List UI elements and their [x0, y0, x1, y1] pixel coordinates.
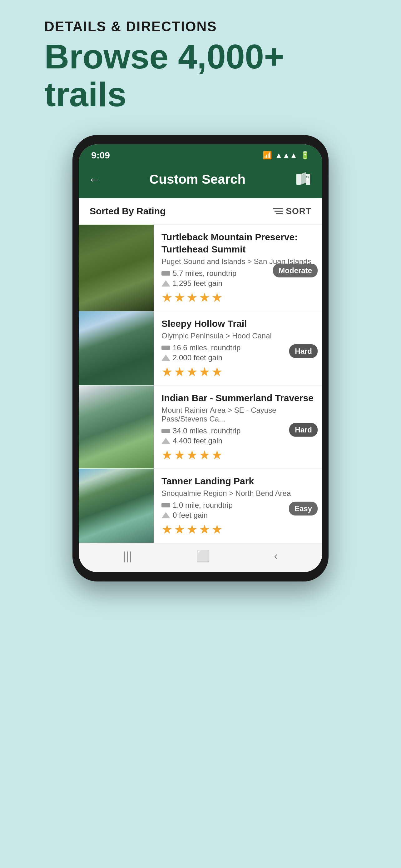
header-section: DETAILS & DIRECTIONS Browse 4,000+ trail…: [44, 19, 357, 122]
phone-inner: 9:09 📶 ▲▲▲ 🔋 ← Custom Search: [79, 144, 322, 572]
browse-title: Browse 4,000+ trails: [44, 37, 357, 113]
star: ★: [162, 448, 173, 462]
distance-icon: [162, 429, 170, 433]
star: ★: [174, 365, 185, 379]
star: ★: [162, 522, 173, 536]
elevation-icon: [162, 438, 170, 444]
trail-item[interactable]: Indian Bar - Summerland Traverse Mount R…: [79, 385, 322, 469]
map-icon[interactable]: [294, 170, 313, 189]
wifi-icon: 📶: [263, 151, 272, 160]
elevation-icon: [162, 354, 170, 361]
app-title: Custom Search: [149, 172, 245, 187]
trail-list: Turtleback Mountain Preserve: Turtlehead…: [79, 225, 322, 543]
back-button[interactable]: ←: [88, 173, 101, 187]
star: ★: [199, 522, 210, 536]
star: ★: [187, 365, 198, 379]
star-rating: ★★★★★: [162, 448, 316, 462]
star: ★: [211, 522, 223, 536]
nav-recents-button[interactable]: |||: [123, 550, 132, 563]
trail-name: Turtleback Mountain Preserve: Turtlehead…: [162, 231, 316, 255]
star-rating: ★★★★★: [162, 522, 316, 536]
star: ★: [187, 448, 198, 462]
trail-region: Mount Rainier Area > SE - Cayuse Pass/St…: [162, 406, 316, 423]
sort-button[interactable]: SORT: [273, 206, 311, 216]
elevation-icon: [162, 512, 170, 518]
details-label: DETAILS & DIRECTIONS: [44, 19, 357, 34]
trail-item[interactable]: Turtleback Mountain Preserve: Turtlehead…: [79, 225, 322, 311]
phone-frame: 9:09 📶 ▲▲▲ 🔋 ← Custom Search: [72, 135, 329, 582]
star: ★: [174, 522, 185, 536]
sort-btn-label: SORT: [286, 206, 311, 216]
trail-image: [79, 469, 154, 543]
star: ★: [199, 290, 210, 305]
star: ★: [211, 448, 223, 462]
battery-icon: 🔋: [300, 151, 310, 160]
trail-info: Turtleback Mountain Preserve: Turtlehead…: [154, 225, 322, 311]
svg-marker-1: [301, 172, 306, 185]
elevation-icon: [162, 280, 170, 286]
trail-name: Indian Bar - Summerland Traverse: [162, 392, 316, 404]
status-time: 9:09: [91, 150, 110, 161]
nav-home-button[interactable]: ⬜: [196, 550, 210, 563]
trail-image: [79, 385, 154, 468]
trail-item[interactable]: Tanner Landing Park Snoqualmie Region > …: [79, 469, 322, 543]
difficulty-badge: Hard: [289, 423, 318, 436]
trail-image: [79, 311, 154, 385]
trail-image: [79, 225, 154, 311]
star-rating: ★★★★★: [162, 365, 316, 379]
trail-name: Sleepy Hollow Trail: [162, 317, 316, 330]
app-header: ← Custom Search: [79, 164, 322, 198]
star: ★: [199, 365, 210, 379]
sort-label: Sorted By Rating: [90, 206, 166, 217]
trail-item[interactable]: Sleepy Hollow Trail Olympic Peninsula > …: [79, 311, 322, 385]
trail-name: Tanner Landing Park: [162, 475, 316, 487]
distance-icon: [162, 503, 170, 507]
star: ★: [187, 522, 198, 536]
star: ★: [174, 290, 185, 305]
trail-info: Indian Bar - Summerland Traverse Mount R…: [154, 385, 322, 468]
sort-bar: Sorted By Rating SORT: [79, 198, 322, 225]
star: ★: [211, 290, 223, 305]
status-bar: 9:09 📶 ▲▲▲ 🔋: [79, 144, 322, 164]
signal-icon: ▲▲▲: [275, 151, 297, 160]
status-icons: 📶 ▲▲▲ 🔋: [263, 151, 310, 160]
difficulty-badge: Moderate: [273, 264, 318, 277]
svg-rect-0: [296, 174, 301, 185]
star: ★: [211, 365, 223, 379]
bottom-nav: ||| ⬜ ‹: [79, 543, 322, 572]
trail-region: Olympic Peninsula > Hood Canal: [162, 332, 316, 340]
star: ★: [162, 290, 173, 305]
star: ★: [174, 448, 185, 462]
star: ★: [162, 365, 173, 379]
star: ★: [199, 448, 210, 462]
difficulty-badge: Easy: [289, 501, 318, 515]
trail-info: Sleepy Hollow Trail Olympic Peninsula > …: [154, 311, 322, 385]
star: ★: [187, 290, 198, 305]
trail-info: Tanner Landing Park Snoqualmie Region > …: [154, 469, 322, 543]
star-rating: ★★★★★: [162, 290, 316, 305]
distance-icon: [162, 271, 170, 276]
difficulty-badge: Hard: [289, 344, 318, 358]
trail-elevation: 4,400 feet gain: [162, 436, 316, 445]
distance-icon: [162, 346, 170, 350]
trail-region: Snoqualmie Region > North Bend Area: [162, 489, 316, 498]
trail-elevation: 1,295 feet gain: [162, 279, 316, 288]
nav-back-button[interactable]: ‹: [274, 550, 278, 563]
